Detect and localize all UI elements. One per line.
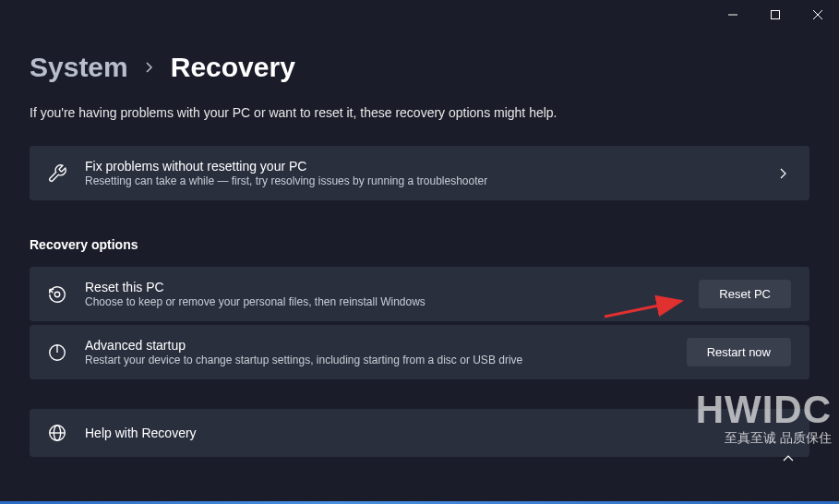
advanced-startup-card: Advanced startup Restart your device to … [30,325,809,379]
card-title: Reset this PC [85,280,682,294]
reset-pc-card: Reset this PC Choose to keep or remove y… [30,267,809,321]
breadcrumb-parent[interactable]: System [30,52,128,83]
chevron-right-icon [145,61,154,74]
card-title: Fix problems without resetting your PC [85,159,763,174]
maximize-button[interactable] [754,0,797,30]
restart-now-button[interactable]: Restart now [687,338,791,366]
reset-pc-button[interactable]: Reset PC [699,280,791,308]
title-bar [0,0,839,30]
card-title: Help with Recovery [85,426,793,440]
power-icon [46,342,68,364]
chevron-right-icon [780,167,793,180]
svg-point-4 [54,292,60,297]
card-desc: Resetting can take a while — first, try … [85,174,763,187]
globe-icon [46,422,68,444]
card-desc: Restart your device to change startup se… [85,354,670,366]
wrench-icon [46,162,68,185]
help-recovery-card[interactable]: Help with Recovery [30,409,809,457]
page-title: Recovery [171,52,295,83]
section-heading: Recovery options [30,237,809,252]
card-desc: Choose to keep or remove your personal f… [85,295,682,308]
page-subtitle: If you're having problems with your PC o… [30,105,809,120]
breadcrumb: System Recovery [30,52,809,83]
card-title: Advanced startup [85,338,670,353]
fix-problems-card[interactable]: Fix problems without resetting your PC R… [30,146,809,200]
chevron-up-icon[interactable] [782,450,795,467]
close-button[interactable] [797,0,839,30]
svg-rect-1 [772,11,780,19]
reset-icon [46,283,68,306]
minimize-button[interactable] [712,0,754,30]
